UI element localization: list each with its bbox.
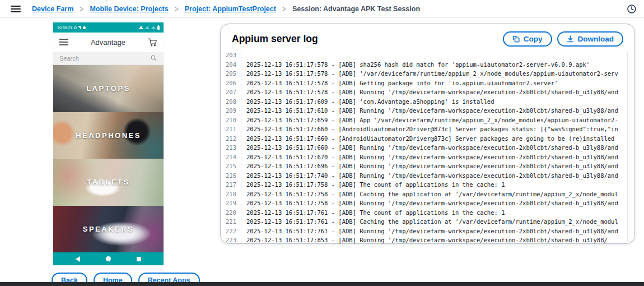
breadcrumb-separator: >	[282, 4, 286, 13]
session-timer-icon[interactable]	[627, 4, 637, 14]
log-line-number: 220	[221, 208, 241, 218]
log-line-number: 213	[221, 143, 241, 153]
log-line-number: 206	[221, 79, 241, 88]
log-line: 2102025-12-13 16:51:17:659 - [ADB] App '…	[221, 116, 634, 125]
device-status-bar: 10:59:21	[53, 22, 164, 33]
android-home-icon[interactable]	[106, 256, 111, 261]
data-icon	[83, 26, 86, 29]
device-clock: 10:59:21	[57, 26, 72, 30]
log-line: 2082025-12-13 16:51:17:609 - [ADB] 'com.…	[221, 97, 634, 107]
cart-icon[interactable]	[148, 38, 157, 47]
category-label: TABLETS	[87, 178, 129, 186]
log-line: 2092025-12-13 16:51:17:610 - [ADB] Runni…	[221, 106, 634, 116]
log-actions: Copy Download	[503, 31, 623, 47]
device-screen-mirror[interactable]: 10:59:21 Advantage Search LAPTOPS HEADPH…	[53, 22, 164, 265]
log-line-number: 219	[221, 199, 241, 208]
log-line: 2072025-12-13 16:51:17:578 - [ADB] Runni…	[221, 87, 634, 97]
log-line-text: 2025-12-13 16:51:17:853 - [ADB] Running …	[241, 236, 634, 243]
breadcrumb-link[interactable]: Mobile Device: Projects	[90, 5, 168, 13]
wifi-icon	[139, 26, 143, 29]
log-line-number: 211	[221, 124, 241, 134]
appium-log-panel: Appium server log Copy Download 20320420…	[220, 24, 635, 244]
log-line-number: 218	[221, 190, 241, 199]
log-line-number: 214	[221, 153, 241, 162]
log-line: 2162025-12-13 16:51:17:740 - [ADB] Runni…	[221, 171, 634, 181]
copy-icon	[512, 35, 520, 43]
log-line-number: 205	[221, 69, 241, 79]
log-line-number: 204	[221, 60, 241, 70]
log-line: 2122025-12-13 16:51:17:660 - [AndroidUia…	[221, 134, 634, 144]
breadcrumb-separator: >	[80, 4, 83, 13]
log-line-text: 2025-12-13 16:51:17:578 - [ADB] Running …	[241, 87, 634, 97]
log-line-number: 212	[221, 134, 241, 144]
log-line: 2052025-12-13 16:51:17:578 - [ADB] '/var…	[221, 69, 634, 79]
download-icon	[567, 35, 574, 43]
log-line-number: 208	[221, 97, 241, 107]
log-line-number: 221	[221, 217, 241, 227]
log-line: 2132025-12-13 16:51:17:660 - [ADB] Runni…	[221, 143, 634, 153]
log-line-text: 2025-12-13 16:51:17:670 - [ADB] Running …	[241, 153, 634, 162]
log-line-number: 223	[221, 236, 241, 243]
log-line-text: 2025-12-13 16:51:17:660 - [AndroidUiauto…	[241, 134, 634, 144]
app-title: Advantage	[68, 38, 148, 47]
category-tile-tablets[interactable]: TABLETS	[53, 159, 164, 206]
signal-icon-2	[151, 26, 156, 29]
app-toolbar: Advantage	[53, 33, 164, 52]
log-line-text: 2025-12-13 16:51:17:578 - [ADB] sha256 h…	[241, 60, 634, 70]
log-line: 2062025-12-13 16:51:17:578 - [ADB] Getti…	[221, 79, 634, 88]
log-scrollbar[interactable]	[627, 52, 628, 242]
top-navigation-bar: Device Farm>Mobile Device: Projects>Proj…	[0, 0, 644, 18]
bottom-edge-strip	[0, 282, 644, 286]
breadcrumb-link[interactable]: Project: AppiumTestProject	[185, 5, 276, 13]
alarm-icon	[74, 26, 77, 29]
log-line: 2152025-12-13 16:51:17:696 - [ADB] Runni…	[221, 162, 634, 171]
log-line-number: 217	[221, 180, 241, 190]
log-line-text: 2025-12-13 16:51:17:761 - [ADB] Running …	[241, 227, 634, 236]
log-line-number: 209	[221, 106, 241, 116]
log-line-number: 222	[221, 227, 241, 236]
hamburger-menu-icon[interactable]	[11, 6, 21, 12]
category-label: HEADPHONES	[76, 131, 141, 140]
android-recents-icon[interactable]	[137, 257, 141, 261]
android-back-icon[interactable]	[76, 256, 80, 262]
log-line-number: 207	[221, 87, 241, 97]
log-line-text: 2025-12-13 16:51:17:758 - [ADB] The coun…	[241, 180, 634, 190]
log-line-text: 2025-12-13 16:51:17:609 - [ADB] 'com.Adv…	[241, 97, 634, 107]
log-line-number: 210	[221, 116, 241, 125]
breadcrumb-link[interactable]: Device Farm	[32, 5, 73, 13]
log-line: 2222025-12-13 16:51:17:761 - [ADB] Runni…	[221, 227, 634, 236]
log-line-text: 2025-12-13 16:51:17:696 - [ADB] Running …	[241, 162, 634, 171]
log-line-number: 215	[221, 162, 241, 171]
log-lines: 2032042025-12-13 16:51:17:578 - [ADB] sh…	[221, 50, 634, 243]
log-line: 2142025-12-13 16:51:17:670 - [ADB] Runni…	[221, 153, 634, 162]
download-button[interactable]: Download	[557, 31, 624, 47]
log-line-number: 203	[221, 50, 241, 60]
log-line-text: 2025-12-13 16:51:17:610 - [ADB] Running …	[241, 106, 634, 116]
search-input[interactable]: Search	[53, 52, 164, 65]
log-line-text	[241, 50, 634, 60]
log-line-text: 2025-12-13 16:51:17:740 - [ADB] Running …	[241, 171, 634, 181]
category-tile-speakers[interactable]: SPEAKERS	[53, 206, 164, 253]
breadcrumb-separator: >	[175, 4, 179, 13]
log-line-text: 2025-12-13 16:51:17:761 - [ADB] Caching …	[241, 217, 634, 227]
breadcrumb-current: Session: Advantage APK Test Session	[292, 5, 420, 13]
category-tile-laptops[interactable]: LAPTOPS	[53, 65, 164, 112]
app-menu-icon[interactable]	[59, 39, 68, 45]
category-list: LAPTOPS HEADPHONES TABLETS SPEAKERS	[53, 65, 164, 252]
search-placeholder: Search	[59, 55, 79, 62]
log-line: 2042025-12-13 16:51:17:578 - [ADB] sha25…	[221, 60, 634, 70]
category-tile-headphones[interactable]: HEADPHONES	[53, 112, 164, 159]
log-line-text: 2025-12-13 16:51:17:578 - [ADB] Getting …	[241, 79, 634, 88]
log-line-text: 2025-12-13 16:51:17:660 - [AndroidUiauto…	[241, 124, 634, 134]
android-nav-bar	[53, 252, 164, 265]
log-line: 2172025-12-13 16:51:17:758 - [ADB] The c…	[221, 180, 634, 190]
log-line-text: 2025-12-13 16:51:17:761 - [ADB] The coun…	[241, 208, 634, 218]
log-scroll-area[interactable]: 2032042025-12-13 16:51:17:578 - [ADB] sh…	[221, 50, 634, 243]
log-panel-title: Appium server log	[232, 33, 318, 45]
copy-button[interactable]: Copy	[503, 31, 552, 47]
log-panel-header: Appium server log Copy Download	[221, 24, 634, 50]
log-line-number: 216	[221, 171, 241, 181]
log-line: 2112025-12-13 16:51:17:660 - [AndroidUia…	[221, 124, 634, 134]
log-line-text: 2025-12-13 16:51:17:758 - [ADB] Running …	[241, 199, 634, 208]
log-line: 203	[221, 50, 634, 60]
